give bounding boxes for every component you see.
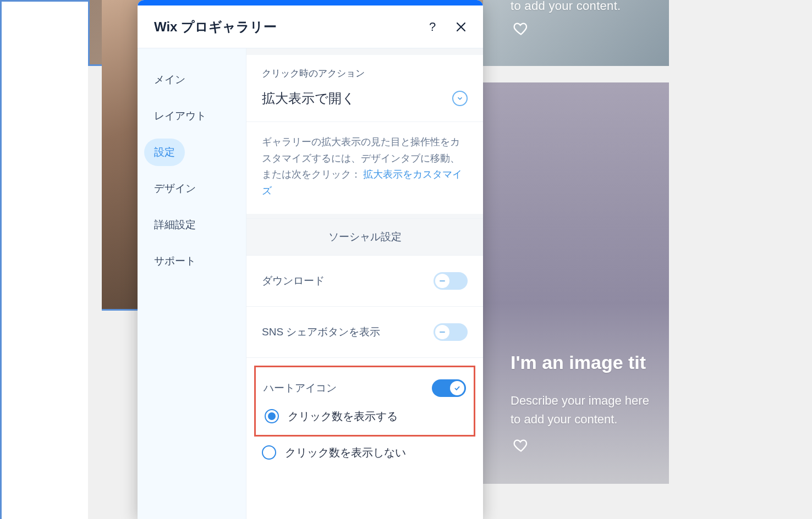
heart-icon[interactable] <box>513 21 529 36</box>
social-settings-header: ソーシャル設定 <box>246 218 483 256</box>
expand-customize-info: ギャラリーの拡大表示の見た目と操作性をカスタマイズするには、デザインタブに移動、… <box>246 122 483 218</box>
heart-icon[interactable] <box>513 438 529 453</box>
heart-toggle[interactable] <box>432 379 466 397</box>
sidebar-item-settings[interactable]: 設定 <box>144 139 185 166</box>
radio-hide-clicks-label: クリック数を表示しない <box>285 445 406 460</box>
radio-show-clicks[interactable]: クリック数を表示する <box>264 405 466 426</box>
gallery-image-desc-line2: to add your content. <box>511 412 617 427</box>
chevron-down-icon[interactable] <box>452 91 468 106</box>
sns-label: SNS シェアボタンを表示 <box>262 325 380 339</box>
settings-sidebar: メイン レイアウト 設定 デザイン 詳細設定 サポート <box>138 48 246 519</box>
sns-toggle[interactable] <box>434 323 468 341</box>
heart-label: ハートアイコン <box>264 381 337 395</box>
click-action-select[interactable]: 拡大表示で開く <box>262 90 468 107</box>
sidebar-item-main[interactable]: メイン <box>138 64 246 96</box>
download-toggle-row: ダウンロード <box>246 256 483 307</box>
heart-toggle-row: ハートアイコン <box>264 373 466 405</box>
panel-title: Wix プロギャラリー <box>154 18 277 36</box>
radio-show-clicks-label: クリック数を表示する <box>288 409 398 424</box>
sidebar-item-design[interactable]: デザイン <box>138 173 246 205</box>
download-label: ダウンロード <box>262 274 325 288</box>
sidebar-item-layout[interactable]: レイアウト <box>138 100 246 132</box>
help-icon[interactable]: ? <box>426 20 439 34</box>
download-toggle[interactable] <box>434 272 468 290</box>
radio-hide-clicks[interactable]: クリック数を表示しない <box>246 440 483 460</box>
gallery-settings-panel: Wix プロギャラリー ? メイン レイアウト 設定 デザイン 詳細設定 サポー… <box>138 0 483 519</box>
backdrop-left-gutter <box>0 0 88 519</box>
radio-icon <box>262 445 276 460</box>
click-action-label: クリック時のアクション <box>262 67 468 80</box>
heart-icon-highlight-box: ハートアイコン クリック数を表示する <box>254 366 475 437</box>
click-action-section: クリック時のアクション 拡大表示で開く <box>246 55 483 122</box>
gallery-image-desc-line1: Describe your image here <box>511 394 649 408</box>
close-icon[interactable] <box>454 20 468 34</box>
panel-header: Wix プロギャラリー ? <box>138 5 483 48</box>
click-action-value: 拡大表示で開く <box>262 90 355 107</box>
panel-accent-bar <box>138 0 483 5</box>
sidebar-item-advanced[interactable]: 詳細設定 <box>138 209 246 241</box>
sns-toggle-row: SNS シェアボタンを表示 <box>246 307 483 358</box>
radio-icon <box>265 409 279 423</box>
gallery-top-caption: to add your content. <box>511 0 621 13</box>
gallery-image-title: I'm an image tit <box>511 352 646 373</box>
sidebar-item-support[interactable]: サポート <box>138 245 246 277</box>
settings-content: クリック時のアクション 拡大表示で開く ギャラリーの拡大表示の見た目と操作性をカ… <box>246 48 483 519</box>
